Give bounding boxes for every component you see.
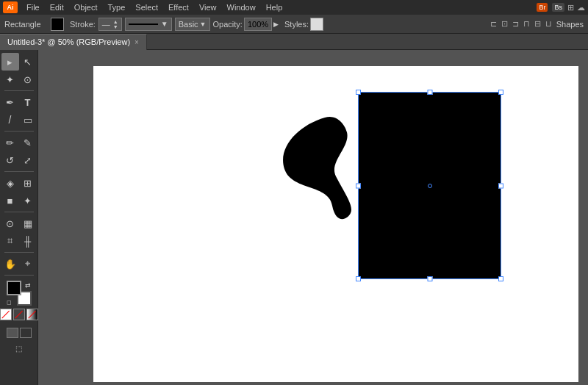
- stroke-label: Stroke:: [70, 20, 96, 29]
- tool-divider-2: [4, 131, 34, 132]
- default-colors-icon[interactable]: ◻: [7, 299, 12, 306]
- tool-divider-1: [4, 90, 34, 91]
- selection-handle-middle-left[interactable]: [356, 183, 361, 188]
- stroke-up-arrow[interactable]: ▲: [113, 19, 118, 24]
- tool-label: Rectangle: [4, 20, 45, 29]
- stroke-none-swatch[interactable]: [13, 309, 25, 320]
- selection-handle-bottom-left[interactable]: [356, 276, 361, 281]
- fill-color-swatch[interactable]: [51, 18, 64, 31]
- menu-bar: Ai File Edit Object Type Select Effect V…: [0, 0, 588, 15]
- tool-row-pen: ✒ T: [0, 93, 37, 111]
- menu-view[interactable]: View: [195, 1, 221, 13]
- measure-tool-button[interactable]: ╫: [19, 232, 37, 250]
- selection-handle-top-left[interactable]: [356, 90, 361, 95]
- slice-tool-button[interactable]: ⌗: [1, 232, 19, 250]
- rectangle-tool-button[interactable]: ▭: [19, 111, 37, 129]
- options-bar: Rectangle Stroke: — ▲ ▼ ▼ Basic ▼ Opacit…: [0, 15, 588, 34]
- menu-select[interactable]: Select: [131, 1, 162, 13]
- stroke-control[interactable]: — ▲ ▼: [98, 18, 122, 31]
- selected-rectangle[interactable]: [358, 92, 501, 279]
- swap-colors-icon[interactable]: ⇄: [25, 281, 31, 289]
- align-icon-5[interactable]: ⊟: [534, 19, 541, 29]
- menu-object[interactable]: Object: [70, 1, 102, 13]
- menu-edit[interactable]: Edit: [46, 1, 68, 13]
- selection-handle-bottom-middle[interactable]: [427, 276, 432, 281]
- opacity-label: Opacity:: [213, 20, 243, 29]
- menu-window[interactable]: Window: [223, 1, 260, 13]
- rotate-tool-button[interactable]: ↺: [1, 151, 19, 169]
- hand-tool-button[interactable]: ✋: [1, 255, 19, 273]
- opacity-arrow[interactable]: ▶: [273, 21, 279, 28]
- align-icon-3[interactable]: ⊐: [512, 19, 519, 29]
- selection-center-dot: [428, 184, 432, 188]
- tool-divider-6: [4, 275, 34, 276]
- artboard-tool-button[interactable]: ⬚: [4, 341, 34, 356]
- align-icon-1[interactable]: ⊏: [490, 19, 497, 29]
- magic-wand-tool-button[interactable]: ✦: [1, 71, 19, 88]
- tool-row-wand: ✦ ⊙: [0, 71, 37, 88]
- text-tool-button[interactable]: T: [19, 93, 37, 111]
- tab-close-button[interactable]: ×: [135, 38, 139, 46]
- grid-icon[interactable]: ⊞: [567, 3, 574, 12]
- canvas-area: [38, 50, 588, 385]
- tool-divider-4: [4, 212, 34, 212]
- opacity-value[interactable]: 100%: [244, 18, 272, 31]
- chart-tool-button[interactable]: ▦: [19, 215, 37, 232]
- menu-file[interactable]: File: [22, 1, 44, 13]
- view-mode-normal[interactable]: [7, 328, 18, 338]
- black-flame-shape[interactable]: [262, 110, 365, 228]
- view-mode-fullscreen[interactable]: [20, 328, 32, 338]
- stroke-line: [129, 24, 158, 25]
- options-icons: ⊏ ⊡ ⊐ ⊓ ⊟ ⊔ Shapes: [490, 19, 584, 29]
- tool-divider-3: [4, 171, 34, 172]
- align-icon-2[interactable]: ⊡: [501, 19, 508, 29]
- menu-type[interactable]: Type: [104, 1, 130, 13]
- selection-handle-top-middle[interactable]: [427, 90, 432, 95]
- selection-handle-bottom-right[interactable]: [498, 276, 503, 281]
- styles-swatch[interactable]: [310, 18, 323, 31]
- align-icon-4[interactable]: ⊓: [523, 19, 530, 29]
- br-badge: Br: [537, 3, 548, 12]
- symbol-tool-button[interactable]: ⊙: [1, 215, 19, 232]
- zoom-tool-button[interactable]: ⌖: [19, 255, 37, 273]
- foreground-color-swatch[interactable]: [7, 281, 21, 295]
- basic-dropdown[interactable]: Basic ▼: [175, 18, 210, 31]
- selection-handle-top-right[interactable]: [498, 90, 503, 95]
- stroke-arrows[interactable]: ▲ ▼: [113, 19, 118, 29]
- menu-help[interactable]: Help: [262, 1, 287, 13]
- shapes-label: Shapes: [556, 20, 584, 29]
- tool-row-hand: ✋ ⌖: [0, 255, 37, 273]
- tab-bar: Untitled-3* @ 50% (RGB/Preview) ×: [0, 34, 588, 50]
- ai-logo: Ai: [3, 1, 18, 13]
- stroke-down-arrow[interactable]: ▼: [113, 24, 118, 29]
- tool-row-blend: ◈ ⊞: [0, 174, 37, 192]
- artboard: [93, 66, 578, 382]
- menu-effect[interactable]: Effect: [164, 1, 193, 13]
- selection-handle-middle-right[interactable]: [498, 183, 503, 188]
- paintbrush-tool-button[interactable]: ✏: [1, 134, 19, 151]
- workspace-icon[interactable]: ☁: [577, 3, 585, 12]
- left-toolbar: ▸ ↖ ✦ ⊙ ✒ T / ▭ ✏ ✎ ↺ ⤢ ◈ ⊞ ■: [0, 50, 38, 385]
- align-icon-6[interactable]: ⊔: [545, 19, 552, 29]
- fill-none-swatch[interactable]: [0, 309, 12, 320]
- scale-tool-button[interactable]: ⤢: [19, 151, 37, 169]
- view-modes: [7, 328, 32, 338]
- mesh-tool-button[interactable]: ⊞: [19, 174, 37, 192]
- styles-label: Styles:: [284, 20, 309, 29]
- tool-row-brush: ✏ ✎: [0, 134, 37, 151]
- gradient-tool-button[interactable]: ■: [1, 192, 19, 209]
- fg-bg-swatches[interactable]: ⇄ ◻: [7, 281, 32, 306]
- gradient-swatch[interactable]: [26, 309, 38, 320]
- eyedropper-tool-button[interactable]: ✦: [19, 192, 37, 209]
- tool-row-slice: ⌗ ╫: [0, 232, 37, 250]
- pencil-tool-button[interactable]: ✎: [19, 134, 37, 151]
- tab-active[interactable]: Untitled-3* @ 50% (RGB/Preview) ×: [0, 34, 147, 50]
- direct-selection-tool-button[interactable]: ↖: [19, 53, 37, 71]
- blend-tool-button[interactable]: ◈: [1, 174, 19, 192]
- lasso-tool-button[interactable]: ⊙: [19, 71, 37, 88]
- pen-tool-button[interactable]: ✒: [1, 93, 19, 111]
- selection-tool-button[interactable]: ▸: [1, 53, 19, 71]
- tool-row-line: / ▭: [0, 111, 37, 129]
- stroke-line-container[interactable]: ▼: [125, 18, 172, 31]
- line-tool-button[interactable]: /: [1, 111, 19, 129]
